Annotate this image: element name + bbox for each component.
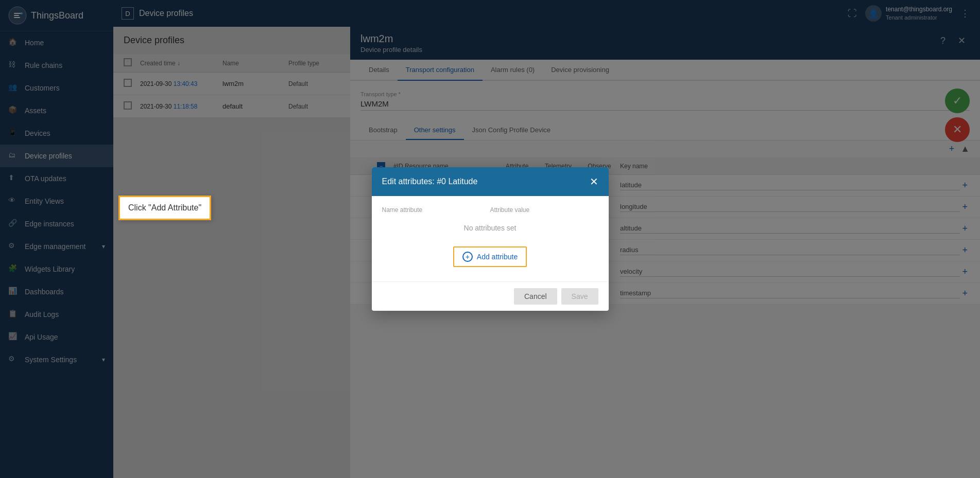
add-attribute-button[interactable]: + Add attribute xyxy=(453,246,527,267)
add-attribute-label: Add attribute xyxy=(477,253,518,261)
modal-body: Name attribute Attribute value No attrib… xyxy=(372,196,609,281)
modal-table-header: Name attribute Attribute value xyxy=(382,206,598,214)
no-attributes-text: No attributes set xyxy=(382,224,598,232)
modal-footer: Cancel Save xyxy=(372,281,609,311)
modal-dialog: Edit attributes: #0 Latitude ✕ Name attr… xyxy=(372,167,609,311)
modal-title: Edit attributes: #0 Latitude xyxy=(382,177,478,186)
modal-overlay[interactable]: Edit attributes: #0 Latitude ✕ Name attr… xyxy=(0,0,980,478)
modal-cancel-button[interactable]: Cancel xyxy=(514,288,557,305)
add-attribute-plus-icon: + xyxy=(462,252,473,262)
modal-save-button[interactable]: Save xyxy=(561,288,598,305)
add-attribute-container: + Add attribute xyxy=(382,242,598,271)
modal-col-name: Name attribute xyxy=(382,206,490,214)
modal-header: Edit attributes: #0 Latitude ✕ xyxy=(372,167,609,196)
modal-close-button[interactable]: ✕ xyxy=(590,175,598,188)
callout-text: Click "Add Attribute" xyxy=(128,203,201,212)
callout-tooltip: Click "Add Attribute" xyxy=(118,196,211,220)
modal-col-value: Attribute value xyxy=(490,206,598,214)
